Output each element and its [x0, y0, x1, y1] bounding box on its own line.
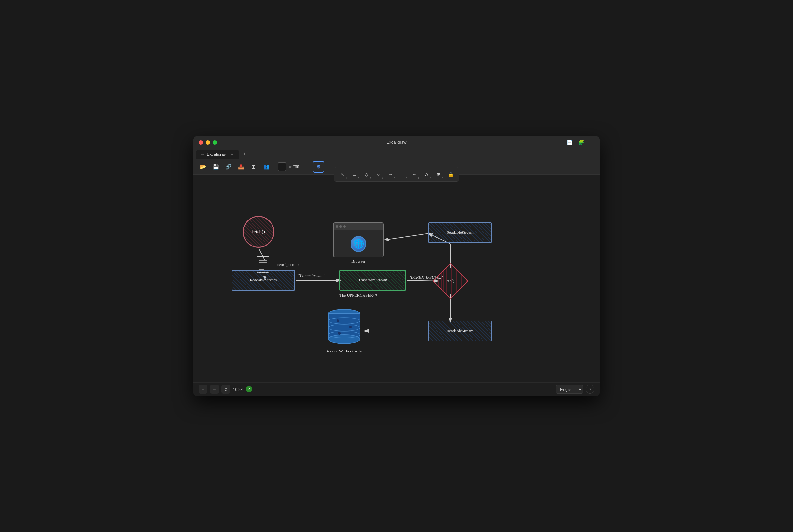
lock-tool[interactable]: 🔒 [445, 169, 457, 180]
export-button[interactable]: 📤 [235, 161, 247, 173]
diagram: fetch() lorem-ipsum.txt ReadableStream "… [193, 175, 600, 382]
app-window: Excalidraw 📄 🧩 ⋮ ✏ Excalidraw ✕ + 📂 💾 🔗 … [193, 136, 600, 396]
rectangle-tool[interactable]: ▭2 [349, 169, 360, 180]
browser-content: 🌐 [334, 230, 383, 257]
users-button[interactable]: 👥 [261, 161, 272, 173]
new-tab-button[interactable]: + [241, 151, 248, 158]
bottom-bar: + − ⊙ 100% ✓ English Spanish French ? [193, 382, 600, 396]
tab-label: Excalidraw [207, 152, 227, 157]
b-dot1 [335, 225, 338, 228]
document-icon[interactable]: 📄 [566, 139, 573, 145]
canvas[interactable]: fetch() lorem-ipsum.txt ReadableStream "… [193, 175, 600, 382]
zoom-out-button[interactable]: − [210, 385, 219, 394]
fetch-circle: fetch() [243, 216, 274, 248]
shield-icon: ✓ [246, 386, 252, 393]
tab-close-button[interactable]: ✕ [229, 152, 234, 157]
readable-stream-bottom-right: ReadableStream [428, 321, 492, 341]
minimize-button[interactable] [206, 140, 210, 145]
color-hash-label: # [289, 164, 291, 169]
tee-diamond: tee() [432, 263, 468, 299]
maximize-button[interactable] [213, 140, 217, 145]
drawing-tools-bar: ↖1 ▭2 ◇3 ○4 →5 —6 ✏7 A8 ⊞9 🔒 [334, 167, 459, 182]
save-button[interactable]: 💾 [210, 161, 221, 173]
help-button[interactable]: ? [585, 385, 595, 394]
browser-label: Browser [333, 259, 384, 264]
zoom-in-button[interactable]: + [198, 385, 208, 394]
tee-label: tee() [447, 279, 454, 284]
select-tool[interactable]: ↖1 [336, 169, 348, 180]
delete-button[interactable]: 🗑 [248, 161, 259, 173]
close-button[interactable] [198, 140, 203, 145]
title-right-icons: 📄 🧩 ⋮ [566, 139, 595, 145]
doc-label: lorem-ipsum.txt [274, 262, 301, 267]
zoom-level: 100% [233, 387, 243, 392]
line-tool[interactable]: —6 [397, 169, 408, 180]
image-tool[interactable]: ⊞9 [433, 169, 444, 180]
arrow-tool[interactable]: →5 [385, 169, 396, 180]
svg-point-18 [328, 335, 360, 344]
color-input[interactable] [292, 164, 311, 169]
pencil-tool[interactable]: ✏7 [409, 169, 420, 180]
readable-stream-left: ReadableStream [232, 270, 295, 290]
svg-point-22 [336, 320, 339, 322]
tab-bar: ✏ Excalidraw ✕ + [193, 149, 600, 159]
svg-point-24 [338, 332, 341, 335]
browser-chrome [334, 223, 383, 230]
zoom-controls: + − ⊙ 100% ✓ [198, 385, 252, 394]
readable-stream-top-right: ReadableStream [428, 222, 492, 243]
separator [275, 163, 275, 171]
svg-line-7 [385, 233, 429, 240]
zoom-fit-button[interactable]: ⊙ [221, 385, 230, 394]
ellipse-tool[interactable]: ○4 [373, 169, 384, 180]
lorem-ipsum-label: "Lorem ipsum.." [298, 273, 325, 278]
browser-box: 🌐 [333, 222, 384, 257]
open-button[interactable]: 📂 [197, 161, 209, 173]
share-button[interactable]: 🔗 [223, 161, 234, 173]
diamond-tool[interactable]: ◇3 [361, 169, 372, 180]
traffic-lights [198, 140, 217, 145]
settings-button[interactable]: ⚙ [313, 161, 324, 173]
uppercaser-label: The UPPERCASER™ [340, 293, 377, 298]
fetch-label: fetch() [252, 229, 265, 234]
b-dot2 [340, 225, 342, 228]
transform-stream: TransformStream [340, 270, 406, 290]
globe-icon: 🌐 [350, 236, 366, 252]
svg-point-23 [349, 326, 352, 328]
puzzle-icon[interactable]: 🧩 [578, 139, 584, 145]
tab-file-icon: ✏ [201, 152, 204, 157]
database-cylinder [327, 305, 362, 346]
window-title: Excalidraw [387, 140, 407, 145]
service-worker-label: Service Worker Cache [317, 349, 371, 354]
b-dot3 [343, 225, 346, 228]
text-tool[interactable]: A8 [421, 169, 432, 180]
title-bar: Excalidraw 📄 🧩 ⋮ [193, 136, 600, 149]
color-swatch[interactable] [277, 163, 286, 171]
language-dropdown[interactable]: English Spanish French [556, 385, 583, 394]
language-selector: English Spanish French ? [556, 385, 595, 394]
tab-excalidraw[interactable]: ✏ Excalidraw ✕ [196, 150, 239, 159]
menu-icon[interactable]: ⋮ [589, 139, 595, 145]
